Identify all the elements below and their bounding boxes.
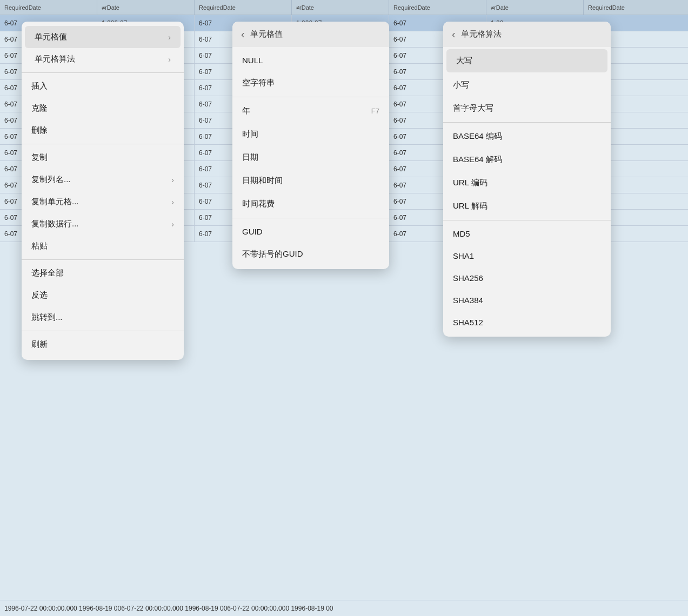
menu2-item-duration[interactable]: 时间花费 — [232, 192, 389, 216]
menu1-divider-2 — [22, 144, 184, 144]
menu3-title: 单元格算法 — [461, 29, 502, 39]
menu3-item-sha512[interactable]: SHA512 — [443, 311, 611, 333]
menu1-item-cell-algo-label: 单元格算法 — [35, 54, 75, 64]
back-arrow-icon[interactable]: ‹ — [241, 28, 245, 41]
menu1-item-copy-row-label: 复制数据行... — [31, 219, 79, 229]
menu3-item-url-enc[interactable]: URL 编码 — [443, 171, 611, 195]
menu1-item-insert-label: 插入 — [31, 81, 48, 91]
menu1-item-copy-label: 复制 — [31, 152, 48, 163]
menu3-item-base64-dec[interactable]: BASE64 解码 — [443, 148, 611, 171]
menu1-item-paste-label: 粘贴 — [31, 241, 48, 251]
menu2-title: 单元格值 — [250, 29, 283, 39]
col-header-7: RequiredDate — [584, 0, 688, 15]
menu1-item-copy-colname[interactable]: 复制列名... › — [22, 169, 184, 191]
chevron-right-icon-4: › — [171, 198, 174, 206]
menu3-item-md5-label: MD5 — [453, 229, 470, 238]
menu1-item-cell-algo[interactable]: 单元格算法 › — [25, 48, 181, 70]
menu3-item-url-dec[interactable]: URL 解码 — [443, 195, 611, 218]
menu3-item-sha1-label: SHA1 — [453, 251, 474, 260]
menu2-item-guid-no-brackets-label: 不带括号的GUID — [242, 249, 303, 259]
col-header-5: RequiredDate — [389, 0, 486, 15]
menu1-item-select-all-label: 选择全部 — [31, 268, 64, 278]
menu1-item-copy-colname-label: 复制列名... — [31, 175, 71, 185]
menu1-divider-4 — [22, 331, 184, 331]
menu3-item-url-dec-label: URL 解码 — [453, 201, 487, 211]
menu1-item-refresh[interactable]: 刷新 — [22, 333, 184, 358]
menu1-item-insert[interactable]: 插入 — [22, 75, 184, 97]
menu3-item-url-enc-label: URL 编码 — [453, 178, 487, 188]
menu3-item-sha512-label: SHA512 — [453, 318, 483, 327]
menu1-item-invert-label: 反选 — [31, 290, 48, 300]
menu1-item-invert[interactable]: 反选 — [22, 284, 184, 306]
menu3-item-titlecase-label: 首字母大写 — [453, 103, 493, 113]
menu2-divider-2 — [232, 218, 389, 218]
menu2-item-null[interactable]: NULL — [232, 49, 389, 71]
menu1-item-refresh-label: 刷新 — [31, 339, 48, 350]
menu2-item-year[interactable]: 年 F7 — [232, 99, 389, 123]
menu3-item-base64-enc-label: BASE64 编码 — [453, 131, 502, 142]
menu1-item-clone-label: 克隆 — [31, 103, 48, 113]
chevron-right-icon-3: › — [171, 176, 174, 184]
menu3-item-sha384-label: SHA384 — [453, 296, 483, 305]
menu3-item-sha384[interactable]: SHA384 — [443, 289, 611, 311]
menu2-header: ‹ 单元格值 — [232, 22, 389, 47]
menu2-item-datetime-label: 日期和时间 — [242, 176, 283, 186]
menu2-item-duration-label: 时间花费 — [242, 199, 275, 209]
menu1-item-paste[interactable]: 粘贴 — [22, 235, 184, 257]
footer-text: 1996-07-22 00:00:00.000 1996-08-19 006-0… — [4, 605, 333, 612]
menu3-item-sha256-label: SHA256 — [453, 273, 483, 283]
menu1-item-cell-value[interactable]: 单元格值 › — [25, 26, 181, 48]
col-header-3: RequiredDate — [195, 0, 292, 15]
chevron-right-icon-2: › — [168, 55, 171, 64]
context-menu-3: ‹ 单元格算法 大写 小写 首字母大写 BASE64 编码 BASE64 解码 … — [443, 22, 611, 337]
menu1-item-copy-cell-label: 复制单元格... — [31, 197, 79, 207]
menu2-item-guid-no-brackets[interactable]: 不带括号的GUID — [232, 243, 389, 266]
table-footer: 1996-07-22 00:00:00.000 1996-08-19 006-0… — [0, 600, 688, 616]
col-header-2: ≠rDate — [97, 0, 195, 15]
menu1-item-copy-cell[interactable]: 复制单元格... › — [22, 191, 184, 213]
menu2-item-empty-string-label: 空字符串 — [242, 78, 275, 88]
menu3-divider-1 — [443, 122, 611, 123]
menu3-item-uppercase[interactable]: 大写 — [446, 49, 607, 72]
menu2-item-date[interactable]: 日期 — [232, 146, 389, 169]
menu1-item-clone[interactable]: 克隆 — [22, 97, 184, 119]
menu3-item-uppercase-label: 大写 — [456, 56, 472, 66]
menu1-item-copy-row[interactable]: 复制数据行... › — [22, 213, 184, 235]
menu2-item-year-label: 年 — [242, 106, 250, 116]
back-arrow-icon-2[interactable]: ‹ — [452, 28, 456, 41]
col-header-4: ≠rDate — [292, 0, 389, 15]
menu2-divider-1 — [232, 97, 389, 97]
menu3-item-md5[interactable]: MD5 — [443, 223, 611, 245]
menu3-item-base64-dec-label: BASE64 解码 — [453, 155, 502, 165]
menu3-item-titlecase[interactable]: 首字母大写 — [443, 97, 611, 120]
menu2-item-datetime[interactable]: 日期和时间 — [232, 169, 389, 192]
menu1-item-copy[interactable]: 复制 — [22, 146, 184, 169]
menu2-item-date-label: 日期 — [242, 152, 258, 163]
menu2-item-time-label: 时间 — [242, 129, 258, 139]
chevron-right-icon-5: › — [171, 220, 174, 229]
menu1-item-goto-label: 跳转到... — [31, 312, 63, 323]
context-menu-1: 单元格值 › 单元格算法 › 插入 克隆 删除 复制 复制列名... › 复制单… — [22, 22, 184, 360]
chevron-right-icon: › — [168, 33, 171, 42]
menu3-item-sha256[interactable]: SHA256 — [443, 267, 611, 289]
menu3-item-lowercase[interactable]: 小写 — [443, 73, 611, 97]
menu1-item-goto[interactable]: 跳转到... — [22, 306, 184, 329]
menu1-divider-1 — [22, 72, 184, 73]
menu3-item-lowercase-label: 小写 — [453, 80, 469, 90]
menu3-divider-2 — [443, 220, 611, 220]
menu1-item-delete[interactable]: 删除 — [22, 119, 184, 142]
menu2-item-empty-string[interactable]: 空字符串 — [232, 71, 389, 95]
menu1-item-cell-value-label: 单元格值 — [35, 32, 67, 42]
menu3-item-sha1[interactable]: SHA1 — [443, 245, 611, 267]
menu2-item-year-shortcut: F7 — [371, 107, 379, 115]
menu1-divider-3 — [22, 259, 184, 260]
menu3-item-base64-enc[interactable]: BASE64 编码 — [443, 125, 611, 148]
table-header: RequiredDate ≠rDate RequiredDate ≠rDate … — [0, 0, 688, 15]
menu1-item-select-all[interactable]: 选择全部 — [22, 262, 184, 284]
menu2-item-guid[interactable]: GUID — [232, 220, 389, 243]
col-header-1: RequiredDate — [0, 0, 97, 15]
context-menu-2: ‹ 单元格值 NULL 空字符串 年 F7 时间 日期 日期和时间 时间花费 G… — [232, 22, 389, 269]
menu2-item-guid-label: GUID — [242, 227, 263, 236]
menu1-item-delete-label: 删除 — [31, 125, 48, 136]
menu2-item-time[interactable]: 时间 — [232, 123, 389, 146]
